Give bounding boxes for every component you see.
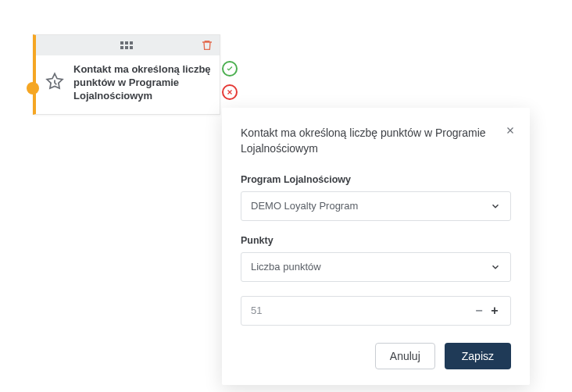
cancel-button[interactable]: Anuluj [375, 343, 435, 369]
modal-title: Kontakt ma określoną liczbę punktów w Pr… [241, 125, 511, 157]
star-points-icon [44, 72, 66, 94]
points-label: Punkty [241, 235, 511, 246]
save-button[interactable]: Zapisz [445, 343, 511, 369]
node-outputs [222, 61, 238, 100]
node-body: Kontakt ma określoną liczbę punktów w Pr… [36, 55, 220, 114]
workflow-node[interactable]: Kontakt ma określoną liczbę punktów w Pr… [33, 34, 220, 115]
chevron-down-icon [490, 262, 501, 273]
chevron-down-icon [490, 201, 501, 212]
node-header [36, 35, 220, 55]
drag-handle-icon[interactable] [120, 41, 136, 49]
decrement-button[interactable]: − [471, 303, 487, 319]
config-modal: Kontakt ma określoną liczbę punktów w Pr… [222, 108, 530, 385]
points-mode-value: Liczba punktów [251, 261, 321, 273]
points-stepper[interactable]: 51 − + [241, 296, 511, 326]
modal-actions: Anuluj Zapisz [241, 343, 511, 369]
trash-icon[interactable] [201, 39, 213, 52]
close-icon[interactable] [505, 125, 517, 137]
points-value: 51 [251, 305, 471, 316]
output-yes-port[interactable] [222, 61, 238, 77]
increment-button[interactable]: + [487, 303, 502, 319]
program-label: Program Lojalnościowy [241, 174, 511, 185]
output-no-port[interactable] [222, 84, 238, 100]
program-select[interactable]: DEMO Loyalty Program [241, 191, 511, 221]
node-input-port[interactable] [27, 82, 39, 94]
program-select-value: DEMO Loyalty Program [251, 200, 358, 212]
node-title: Kontakt ma określoną liczbę punktów w Pr… [73, 63, 212, 103]
points-mode-select[interactable]: Liczba punktów [241, 252, 511, 282]
